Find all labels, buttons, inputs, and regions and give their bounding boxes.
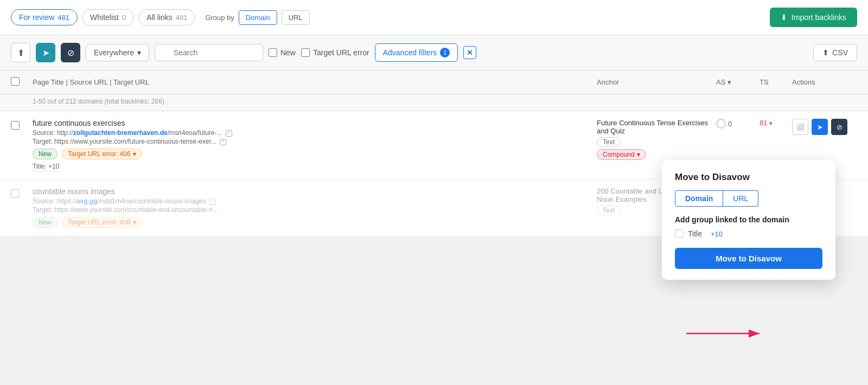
row2-new-badge: New bbox=[33, 217, 58, 228]
row1-checkbox[interactable] bbox=[11, 121, 20, 130]
row1-source-prefix: Source: bbox=[33, 129, 55, 137]
popup-section-label: Add group linked to the domain bbox=[675, 215, 822, 224]
row1-as-cell: 0 bbox=[716, 119, 760, 129]
select-all-cell bbox=[11, 77, 33, 87]
row2-source-domain[interactable]: asg.gg bbox=[76, 197, 98, 205]
page-title-header: Page Title | Source URL | Target URL bbox=[33, 78, 597, 86]
row1-copy-btn[interactable]: ⬜ bbox=[792, 119, 808, 135]
row1-anchor-cell: Future Continuous Tense Exercises and Qu… bbox=[597, 119, 716, 160]
filter-bar: ⬆ ➤ ⊘ Everywhere ▾ 🔍 New Target URL erro… bbox=[0, 35, 868, 70]
as-header[interactable]: AS ▾ bbox=[716, 78, 760, 86]
import-down-icon: ⬇ bbox=[781, 13, 787, 22]
row1-select-cell bbox=[11, 119, 33, 131]
actions-header: Actions bbox=[792, 78, 857, 86]
row1-error-text: Target URL error: 406 bbox=[68, 150, 131, 158]
popup-tabs: Domain URL bbox=[675, 190, 822, 207]
row1-source-line: Source: http://zollgutachten-bremerhaven… bbox=[33, 129, 591, 137]
row2-error-badge[interactable]: Target URL error: 408 ▾ bbox=[62, 217, 142, 228]
move-to-disavow-popup: Move to Disavow Domain URL Add group lin… bbox=[662, 160, 835, 280]
target-url-error-label[interactable]: Target URL error bbox=[301, 48, 369, 57]
row1-ts-cell: 81 ▾ bbox=[760, 119, 792, 127]
import-btn-label: Import backlinks bbox=[792, 13, 846, 22]
row1-send-icon: ➤ bbox=[817, 123, 823, 131]
as-sort-icon: ▾ bbox=[727, 78, 731, 86]
row1-error-badge[interactable]: Target URL error: 406 ▾ bbox=[62, 149, 142, 159]
row1-compound-badge[interactable]: Compound ▾ bbox=[597, 149, 646, 160]
clear-filters-btn[interactable]: ✕ bbox=[463, 46, 476, 59]
row1-as-value: 0 bbox=[728, 120, 732, 128]
red-arrow-2 bbox=[681, 320, 768, 347]
tab-all-links-count: 481 bbox=[176, 14, 188, 22]
row1-source-path: /msn4eoa/future-... bbox=[168, 129, 222, 137]
row1-source-domain[interactable]: zollgutachten-bremerhaven.de bbox=[73, 129, 168, 137]
top-bar: For review 481 Whitelist 0 All links 481… bbox=[0, 0, 868, 35]
tab-for-review-count: 481 bbox=[58, 14, 69, 22]
group-by-url-btn[interactable]: URL bbox=[282, 10, 310, 25]
send-icon-btn[interactable]: ➤ bbox=[36, 43, 55, 62]
row1-send-btn[interactable]: ➤ bbox=[812, 119, 828, 135]
ts-header-label: TS bbox=[760, 78, 769, 86]
row2-title: countable nouns images bbox=[33, 187, 591, 196]
popup-title: Move to Disavow bbox=[675, 172, 822, 183]
advanced-filters-label: Advanced filters bbox=[383, 48, 437, 57]
row2-badges: New Target URL error: 408 ▾ bbox=[33, 217, 591, 228]
block-icon: ⊘ bbox=[67, 48, 74, 58]
row1-error-chevron: ▾ bbox=[133, 150, 136, 158]
top-bar-left: For review 481 Whitelist 0 All links 481… bbox=[11, 9, 310, 25]
row1-source-ext-icon[interactable] bbox=[226, 130, 232, 137]
group-by-domain-label: Domain bbox=[246, 14, 270, 22]
tab-all-links[interactable]: All links 481 bbox=[138, 9, 195, 25]
row2-source-line: Source: https://asg.gg/mdd1m4nw/countabl… bbox=[33, 197, 591, 205]
popup-checkbox[interactable] bbox=[675, 229, 684, 238]
export-icon: ⬆ bbox=[17, 48, 24, 58]
target-url-error-text: Target URL error bbox=[313, 48, 369, 57]
actions-header-label: Actions bbox=[792, 78, 815, 86]
csv-export-btn[interactable]: ⬆ CSV bbox=[813, 44, 857, 61]
row1-ts-chevron: ▾ bbox=[769, 120, 773, 126]
tab-all-links-label: All links bbox=[146, 13, 172, 22]
new-checkbox[interactable] bbox=[269, 48, 277, 57]
row2-source-prefix: Source: bbox=[33, 197, 55, 205]
advanced-filters-btn[interactable]: Advanced filters 1 bbox=[375, 43, 458, 62]
row2-error-chevron: ▾ bbox=[133, 219, 136, 226]
row1-ts-value: 81 bbox=[760, 119, 767, 127]
as-header-label: AS bbox=[716, 78, 725, 86]
move-to-disavow-btn[interactable]: Move to Disavow bbox=[675, 248, 822, 269]
close-icon: ✕ bbox=[467, 48, 473, 57]
group-by-url-label: URL bbox=[289, 14, 303, 22]
csv-label: CSV bbox=[832, 48, 848, 57]
table-header: Page Title | Source URL | Target URL Anc… bbox=[0, 70, 868, 94]
row2-target-url: https://www.yoursite.com/countable-and-u… bbox=[54, 206, 218, 214]
row1-title-plus: Title: +10 bbox=[33, 163, 59, 171]
sub-header-text: 1-50 out of 212 domains (total backlinks… bbox=[33, 98, 164, 105]
popup-title-text: Title bbox=[688, 229, 702, 238]
tab-whitelist-label: Whitelist bbox=[90, 13, 119, 22]
tab-whitelist[interactable]: Whitelist 0 bbox=[82, 9, 134, 25]
everywhere-dropdown[interactable]: Everywhere ▾ bbox=[86, 44, 149, 61]
row1-anchor-type: Text bbox=[597, 137, 621, 147]
search-input[interactable] bbox=[155, 44, 263, 61]
group-by-domain-btn[interactable]: Domain bbox=[239, 10, 277, 25]
tab-for-review-label: For review bbox=[19, 13, 54, 22]
row1-title: future continuous exercises bbox=[33, 119, 591, 127]
row2-checkbox[interactable] bbox=[11, 189, 20, 198]
popup-tab-url[interactable]: URL bbox=[723, 190, 758, 207]
row2-error-text: Target URL error: 408 bbox=[68, 219, 131, 226]
row1-target-ext-icon[interactable] bbox=[220, 139, 226, 145]
popup-checkbox-row: Title +10 bbox=[675, 229, 822, 238]
block-icon-btn[interactable]: ⊘ bbox=[61, 43, 80, 62]
import-backlinks-button[interactable]: ⬇ Import backlinks bbox=[770, 8, 857, 27]
row1-block-btn[interactable]: ⊘ bbox=[831, 119, 847, 135]
export-icon-btn[interactable]: ⬆ bbox=[11, 43, 30, 62]
anchor-header-label: Anchor bbox=[597, 78, 619, 86]
row1-target-prefix: Target: bbox=[33, 138, 53, 145]
row2-source-path: /mdd1m4nw/countable-nouns-images bbox=[97, 197, 206, 205]
select-all-checkbox[interactable] bbox=[11, 77, 20, 86]
tab-for-review[interactable]: For review 481 bbox=[11, 9, 78, 25]
new-checkbox-label[interactable]: New bbox=[269, 48, 296, 57]
row1-compound-chevron: ▾ bbox=[637, 151, 640, 158]
popup-tab-domain[interactable]: Domain bbox=[675, 190, 723, 207]
row2-source-ext-icon[interactable] bbox=[209, 198, 216, 205]
row1-title-cell: future continuous exercises Source: http… bbox=[33, 119, 597, 171]
target-url-error-checkbox[interactable] bbox=[301, 48, 310, 57]
